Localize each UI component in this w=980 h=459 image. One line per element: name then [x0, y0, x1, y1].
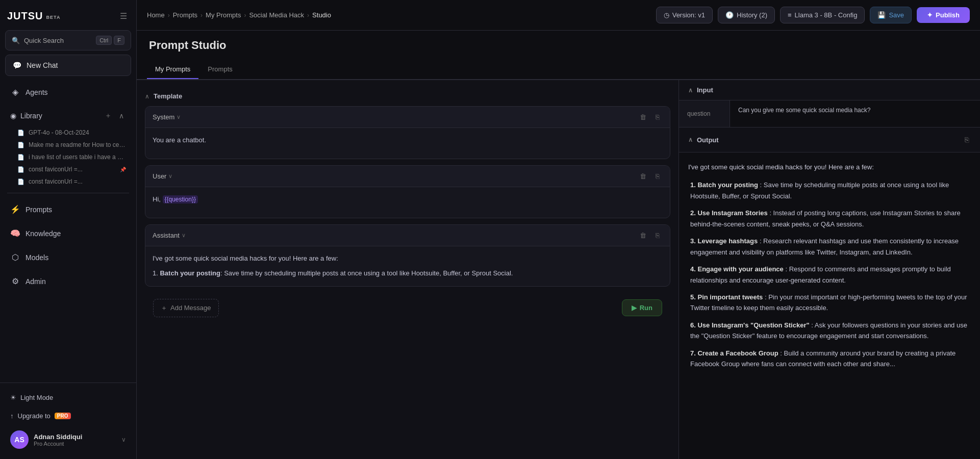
sidebar-item-prompts[interactable]: ⚡ Prompts	[3, 198, 133, 221]
file-icon: 📄	[17, 154, 24, 161]
user-copy-button[interactable]: ⎘	[652, 171, 663, 182]
system-message-content[interactable]: You are a chatbot.	[145, 128, 670, 159]
search-icon: 🔍	[12, 37, 20, 44]
quick-search-label: Quick Search	[24, 37, 64, 44]
models-label: Models	[26, 253, 48, 262]
sidebar-item-agents[interactable]: ◈ Agents	[3, 81, 133, 104]
chevron-up-icon: ∧	[145, 93, 149, 100]
sidebar-item-models[interactable]: ⬡ Models	[3, 246, 133, 269]
sidebar-bottom: ☀ Light Mode ↑ Upgrade to PRO AS Adnan S…	[0, 382, 136, 459]
list-item[interactable]: 📄 Make me a readme for How to center a..…	[13, 139, 130, 151]
output-content: I've got some quick social media hacks f…	[679, 152, 980, 459]
template-section-title: Template	[154, 92, 182, 100]
new-chat-button[interactable]: 💬 New Chat	[5, 55, 131, 76]
pro-badge: PRO	[55, 413, 71, 419]
agents-icon: ◈	[10, 87, 20, 97]
system-copy-button[interactable]: ⎘	[652, 112, 663, 122]
role-selector-assistant[interactable]: Assistant ∨	[153, 232, 186, 239]
publish-button[interactable]: ✦ Publish	[917, 7, 970, 23]
output-item-1: 1. Batch your posting : Save time by sch…	[688, 180, 971, 201]
assistant-delete-button[interactable]: 🗑	[637, 230, 649, 241]
message-actions-assistant: 🗑 ⎘	[637, 230, 663, 241]
breadcrumb-prompts[interactable]: Prompts	[173, 11, 197, 19]
llama-config-button[interactable]: ≡ Llama 3 - 8B - Config	[780, 7, 865, 23]
list-item[interactable]: 📄 const faviconUrl =... 📌	[13, 163, 130, 175]
chevron-up-icon: ∧	[688, 87, 693, 94]
output-item-2: 2. Use Instagram Stories : Instead of po…	[688, 208, 971, 230]
list-item[interactable]: 📄 const faviconUrl =...	[13, 175, 130, 188]
version-button[interactable]: ◷ Version: v1	[656, 7, 713, 23]
admin-label: Admin	[26, 277, 46, 286]
breadcrumb-sep-3: ›	[244, 12, 246, 19]
library-collapse-button[interactable]: ∧	[117, 110, 126, 121]
input-key-question: question	[679, 100, 730, 127]
message-header-system: System ∨ 🗑 ⎘	[145, 107, 670, 128]
library-header[interactable]: ◉ Library ＋ ∧	[3, 105, 133, 126]
breadcrumb-sep-4: ›	[307, 12, 309, 19]
publish-label: Publish	[936, 11, 960, 19]
role-selector-user[interactable]: User ∨	[153, 172, 172, 180]
file-icon: 📄	[17, 166, 24, 173]
system-delete-button[interactable]: 🗑	[637, 112, 649, 122]
sidebar-item-admin[interactable]: ⚙ Admin	[3, 270, 133, 293]
save-button[interactable]: 💾 Save	[870, 7, 912, 23]
file-name: i have list of users table i have a sect…	[29, 154, 126, 161]
save-label: Save	[889, 11, 904, 19]
add-message-button[interactable]: ＋ Add Message	[153, 299, 219, 317]
breadcrumb-home[interactable]: Home	[147, 11, 165, 19]
assistant-message-content[interactable]: I've got some quick social media hacks f…	[145, 246, 670, 286]
llama-label: Llama 3 - 8B - Config	[795, 11, 858, 19]
history-label: History (2)	[737, 11, 767, 19]
output-item-3: 3. Leverage hashtags : Research relevant…	[688, 236, 971, 258]
publish-icon: ✦	[927, 11, 933, 19]
output-item-5: 5. Pin important tweets : Pin your most …	[688, 292, 971, 314]
output-item-6: 6. Use Instagram's "Question Sticker" : …	[688, 320, 971, 342]
run-button[interactable]: ▶ Run	[622, 299, 662, 316]
user-profile[interactable]: AS Adnan Siddiqui Pro Account ∨	[3, 425, 133, 454]
light-mode-button[interactable]: ☀ Light Mode	[3, 389, 133, 406]
library-add-button[interactable]: ＋	[103, 110, 114, 121]
user-name: Adnan Siddiqui	[34, 433, 116, 441]
upgrade-button[interactable]: ↑ Upgrade to PRO	[3, 407, 133, 425]
chat-icon: 💬	[13, 61, 21, 69]
new-chat-label: New Chat	[27, 61, 58, 69]
tab-my-prompts[interactable]: My Prompts	[147, 60, 198, 79]
breadcrumb-my-prompts[interactable]: My Prompts	[206, 11, 241, 19]
upgrade-label: Upgrade to	[18, 412, 51, 420]
chevron-down-icon: ∨	[168, 173, 172, 180]
file-icon: 📄	[17, 142, 24, 148]
light-mode-label: Light Mode	[20, 394, 53, 401]
admin-icon: ⚙	[10, 276, 20, 286]
sidebar-item-knowledge[interactable]: 🧠 Knowledge	[3, 222, 133, 245]
input-section-header: ∧ Input	[679, 80, 980, 100]
list-item[interactable]: 📄 i have list of users table i have a se…	[13, 151, 130, 163]
avatar: AS	[10, 430, 29, 449]
library-actions: ＋ ∧	[103, 110, 126, 121]
output-section-title: ∧ Output	[688, 136, 719, 144]
output-copy-button[interactable]: ⎘	[963, 134, 971, 146]
pin-icon: 📌	[120, 167, 126, 172]
input-value-question[interactable]: Can you give me some quick social media …	[730, 100, 980, 127]
library-icon: ◉	[10, 112, 16, 120]
tabs-bar: My Prompts Prompts	[137, 60, 980, 80]
assistant-copy-button[interactable]: ⎘	[652, 230, 663, 241]
page-header: Prompt Studio	[137, 31, 980, 60]
output-intro: I've got some quick social media hacks f…	[688, 162, 971, 172]
version-label: Version: v1	[672, 11, 705, 19]
knowledge-label: Knowledge	[26, 230, 61, 238]
sidebar-collapse-button[interactable]: ☰	[118, 9, 129, 23]
quick-search-button[interactable]: 🔍 Quick Search Ctrl F	[5, 30, 131, 50]
upgrade-icon: ↑	[10, 412, 14, 420]
tab-prompts[interactable]: Prompts	[199, 60, 240, 79]
user-delete-button[interactable]: 🗑	[637, 171, 649, 182]
role-selector-system[interactable]: System ∨	[153, 113, 181, 121]
library-section: ◉ Library ＋ ∧ 📄 GPT-4o - 08-Oct-2024 📄 M…	[3, 105, 133, 188]
history-button[interactable]: 🕐 History (2)	[718, 7, 775, 23]
topbar-actions: ◷ Version: v1 🕐 History (2) ≡ Llama 3 - …	[656, 7, 970, 23]
breadcrumb-social-media-hack[interactable]: Social Media Hack	[249, 11, 304, 19]
chevron-down-icon: ∨	[177, 114, 181, 120]
user-message-content[interactable]: Hi, {{question}}	[145, 187, 670, 218]
list-item[interactable]: 📄 GPT-4o - 08-Oct-2024	[13, 126, 130, 139]
play-icon: ▶	[632, 304, 637, 312]
system-role-label: System	[153, 113, 174, 121]
